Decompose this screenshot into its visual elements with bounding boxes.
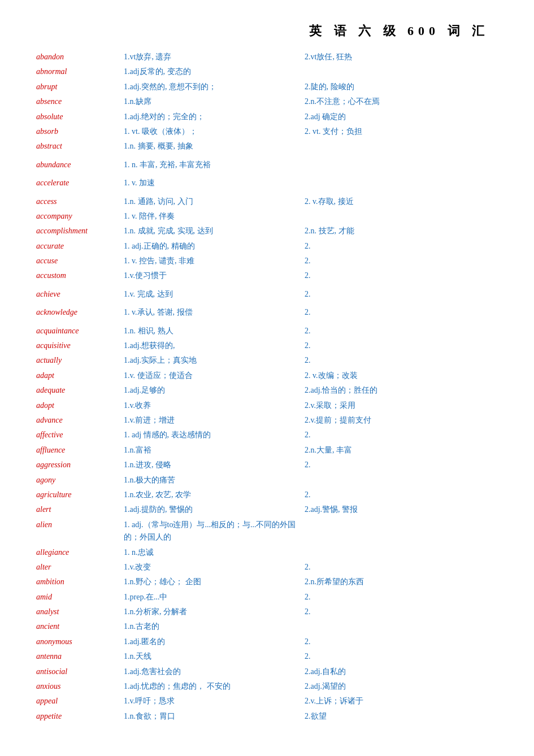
vocab-row: amid1.prep.在...中2.: [34, 590, 500, 605]
vocab-def2: 2.: [302, 239, 500, 254]
vocab-row: actually1.adj.实际上；真实地2.: [34, 353, 500, 368]
vocab-row: abandon1.vt放弃, 遗弃2.vt放任, 狂热: [34, 50, 500, 64]
vocab-def1: 1.n.古老的: [121, 619, 302, 634]
vocab-row: affective1. adj 情感的, 表达感情的2.: [34, 428, 500, 442]
vocab-def1: 1. vt. 吸收（液体）；: [121, 124, 302, 139]
vocab-def2: [302, 473, 500, 488]
vocab-def2: 2.: [302, 268, 500, 283]
vocab-table: abandon1.vt放弃, 遗弃2.vt放任, 狂热abnormal1.adj…: [34, 50, 500, 724]
vocab-row: appeal1.v.呼吁；恳求2.v.上诉；诉诸于: [34, 694, 500, 709]
vocab-row: absence1.n.缺席2.n.不注意；心不在焉: [34, 94, 500, 109]
vocab-def2: [302, 64, 500, 79]
page-title: 英 语 六 级 600 词 汇: [34, 23, 500, 40]
vocab-def1: 1.n.食欲；胃口: [121, 709, 302, 724]
vocab-def2: 2.: [302, 488, 500, 502]
vocab-def2: 2.: [302, 353, 500, 368]
vocab-word: antisocial: [34, 664, 121, 679]
vocab-def1: 1. adj.正确的, 精确的: [121, 239, 302, 254]
vocab-def1: 1. adj 情感的, 表达感情的: [121, 428, 302, 442]
vocab-word: absence: [34, 94, 121, 109]
vocab-row: adopt1.v.收养2.v.采取；采用: [34, 398, 500, 413]
vocab-def2: [302, 139, 500, 154]
vocab-row: appetite1.n.食欲；胃口2.欲望: [34, 709, 500, 724]
vocab-word: accelerate: [34, 176, 121, 190]
vocab-def1: 1.n.富裕: [121, 443, 302, 458]
vocab-word: alter: [34, 560, 121, 575]
vocab-def1: 1.n. 通路, 访问, 入门: [121, 194, 302, 209]
vocab-def1: 1.adj.实际上；真实地: [121, 353, 302, 368]
vocab-def1: 1.n.缺席: [121, 94, 302, 109]
vocab-word: affective: [34, 428, 121, 442]
vocab-def2: 2.v.采取；采用: [302, 398, 500, 413]
vocab-word: abandon: [34, 50, 121, 64]
vocab-row: absorb1. vt. 吸收（液体）；2. vt. 支付；负担: [34, 124, 500, 139]
vocab-word: ancient: [34, 619, 121, 634]
vocab-def2: [302, 518, 500, 545]
vocab-word: alien: [34, 518, 121, 545]
vocab-def1: 1.v.使习惯于: [121, 268, 302, 283]
vocab-def2: 2. v.存取, 接近: [302, 194, 500, 209]
vocab-word: accurate: [34, 239, 121, 254]
vocab-def1: 1.adj.突然的, 意想不到的；: [121, 80, 302, 94]
vocab-word: adapt: [34, 368, 121, 383]
vocab-row: alien1. adj.（常与to连用）与...相反的；与...不同的外国的；外…: [34, 518, 500, 545]
vocab-row: abundance1. n. 丰富, 充裕, 丰富充裕: [34, 158, 500, 172]
vocab-def1: 1.n.野心；雄心； 企图: [121, 575, 302, 589]
vocab-word: accustom: [34, 268, 121, 283]
vocab-def2: [302, 176, 500, 190]
vocab-def1: 1.vt放弃, 遗弃: [121, 50, 302, 64]
vocab-def2: 2.v.提前；提前支付: [302, 413, 500, 428]
vocab-row: abnormal1.adj反常的, 变态的: [34, 64, 500, 79]
vocab-def1: 1.v. 使适应；使适合: [121, 368, 302, 383]
vocab-word: actually: [34, 353, 121, 368]
vocab-word: ambition: [34, 575, 121, 589]
vocab-row: allegiance1. n.忠诚: [34, 545, 500, 560]
vocab-word: absorb: [34, 124, 121, 139]
vocab-def1: 1.prep.在...中: [121, 590, 302, 605]
vocab-word: acquisitive: [34, 338, 121, 353]
vocab-def2: 2.n.大量, 丰富: [302, 443, 500, 458]
vocab-word: access: [34, 194, 121, 209]
vocab-def1: 1. n.忠诚: [121, 545, 302, 560]
vocab-row: agriculture1.n.农业, 农艺, 农学2.: [34, 488, 500, 502]
vocab-def2: 2.: [302, 324, 500, 338]
vocab-word: alert: [34, 502, 121, 517]
vocab-word: accompany: [34, 209, 121, 224]
vocab-word: amid: [34, 590, 121, 605]
vocab-word: adequate: [34, 383, 121, 398]
vocab-def1: 1. v.承认, 答谢, 报偿: [121, 305, 302, 320]
vocab-def1: 1.adj.提防的, 警惕的: [121, 502, 302, 517]
vocab-row: accomplishment1.n. 成就, 完成, 实现, 达到2.n. 技艺…: [34, 224, 500, 238]
vocab-def2: [302, 209, 500, 224]
vocab-word: agriculture: [34, 488, 121, 502]
vocab-def2: 2.n. 技艺, 才能: [302, 224, 500, 238]
vocab-def2: 2.: [302, 428, 500, 442]
vocab-word: absolute: [34, 110, 121, 124]
vocab-row: agony1.n.极大的痛苦: [34, 473, 500, 488]
vocab-def2: 2.v.上诉；诉诸于: [302, 694, 500, 709]
vocab-def1: 1.n. 成就, 完成, 实现, 达到: [121, 224, 302, 238]
vocab-row: advance1.v.前进；增进2.v.提前；提前支付: [34, 413, 500, 428]
vocab-row: anxious1.adj.忧虑的；焦虑的， 不安的2.adj.渴望的: [34, 679, 500, 694]
vocab-def2: 2.: [302, 254, 500, 268]
vocab-def2: 2.n.不注意；心不在焉: [302, 94, 500, 109]
vocab-def1: 1.v.呼吁；恳求: [121, 694, 302, 709]
vocab-def1: 1.n.天线: [121, 649, 302, 664]
vocab-def1: 1.n.进攻, 侵略: [121, 458, 302, 472]
vocab-row: adequate1.adj.足够的2.adj.恰当的；胜任的: [34, 383, 500, 398]
vocab-def1: 1.adj反常的, 变态的: [121, 64, 302, 79]
vocab-word: aggression: [34, 458, 121, 472]
vocab-def2: 2.adj.渴望的: [302, 679, 500, 694]
vocab-def1: 1.n.极大的痛苦: [121, 473, 302, 488]
vocab-word: antenna: [34, 649, 121, 664]
vocab-row: accustom1.v.使习惯于2.: [34, 268, 500, 283]
vocab-def2: 2.: [302, 305, 500, 320]
vocab-word: achieve: [34, 287, 121, 302]
vocab-def1: 1.v.改变: [121, 560, 302, 575]
vocab-row: analyst1.n.分析家, 分解者2.: [34, 605, 500, 619]
vocab-def1: 1.adj.想获得的,: [121, 338, 302, 353]
vocab-row: ambition1.n.野心；雄心； 企图2.n.所希望的东西: [34, 575, 500, 589]
vocab-word: appetite: [34, 709, 121, 724]
vocab-def1: 1. v. 控告, 谴责, 非难: [121, 254, 302, 268]
vocab-def2: 2.adj.恰当的；胜任的: [302, 383, 500, 398]
